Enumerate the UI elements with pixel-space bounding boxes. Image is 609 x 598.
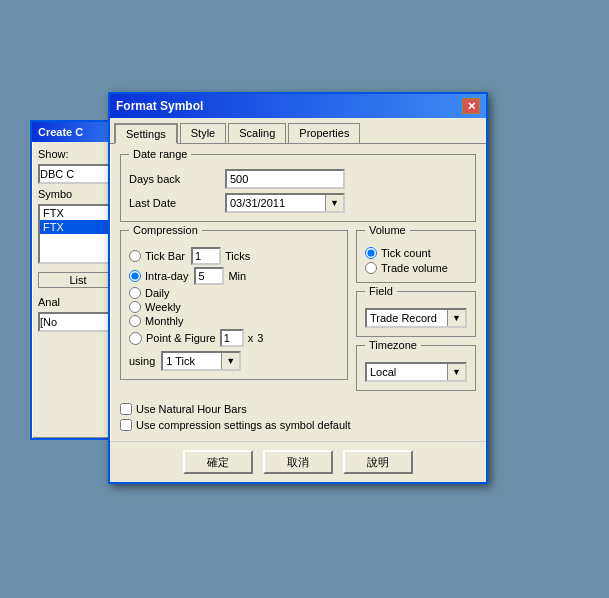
- bg-listbox-item2[interactable]: FTX: [40, 220, 116, 234]
- compression-tick-bar-unit: Ticks: [225, 250, 250, 262]
- compression-pf-val1[interactable]: [220, 329, 244, 347]
- compression-pf-x: x: [248, 332, 254, 344]
- dialog-buttons: 確定 取消 說明: [110, 441, 486, 482]
- bg-window-title-text: Create C: [38, 126, 83, 138]
- bg-list-btn[interactable]: List: [38, 272, 118, 288]
- compression-pf-row: Point & Figure x 3: [129, 329, 339, 347]
- natural-hour-label: Use Natural Hour Bars: [136, 403, 247, 415]
- compression-daily-label: Daily: [145, 287, 169, 299]
- compression-weekly-radio[interactable]: [129, 301, 141, 313]
- field-group: Field Trade Record ▼: [356, 291, 476, 337]
- compression-weekly-label: Weekly: [145, 301, 181, 313]
- natural-hour-row: Use Natural Hour Bars: [120, 403, 476, 415]
- compression-default-checkbox[interactable]: [120, 419, 132, 431]
- ok-button[interactable]: 確定: [183, 450, 253, 474]
- compression-tick-bar-label: Tick Bar: [145, 250, 185, 262]
- last-date-value: 03/31/2011: [227, 196, 325, 210]
- date-range-legend: Date range: [129, 148, 191, 160]
- volume-group: Volume Tick count Trade volume: [356, 230, 476, 283]
- volume-trade-volume-row: Trade volume: [365, 262, 467, 274]
- tz-select-value: Local: [367, 365, 447, 379]
- bg-input2[interactable]: [38, 312, 118, 332]
- date-range-group: Date range Days back Last Date 03/31/201…: [120, 154, 476, 222]
- last-date-dropdown-btn[interactable]: ▼: [325, 195, 343, 211]
- tab-content-settings: Date range Days back Last Date 03/31/201…: [110, 143, 486, 441]
- using-select-value: 1 Tick: [163, 354, 221, 368]
- tz-content: Local ▼: [365, 362, 467, 382]
- compression-tick-bar-value[interactable]: [191, 247, 221, 265]
- field-select-value: Trade Record: [367, 311, 447, 325]
- field-select[interactable]: Trade Record ▼: [365, 308, 467, 328]
- dialog-close-btn[interactable]: ✕: [462, 98, 480, 114]
- compression-intraday-value[interactable]: [194, 267, 224, 285]
- tz-dropdown-btn[interactable]: ▼: [447, 364, 465, 380]
- tab-scaling[interactable]: Scaling: [228, 123, 286, 144]
- compression-intraday-label: Intra-day: [145, 270, 188, 282]
- compression-options: Tick Bar Ticks Intra-day Min: [129, 247, 339, 347]
- compression-pf-label: Point & Figure: [146, 332, 216, 344]
- bg-listbox[interactable]: FTX FTX: [38, 204, 118, 264]
- compression-default-label: Use compression settings as symbol defau…: [136, 419, 351, 431]
- volume-legend: Volume: [365, 224, 410, 236]
- dialog-titlebar: Format Symbol ✕: [110, 94, 486, 118]
- compression-default-row: Use compression settings as symbol defau…: [120, 419, 476, 431]
- compression-legend: Compression: [129, 224, 202, 236]
- tab-properties[interactable]: Properties: [288, 123, 360, 144]
- volume-trade-volume-label: Trade volume: [381, 262, 448, 274]
- checkboxes-section: Use Natural Hour Bars Use compression se…: [120, 403, 476, 431]
- tab-bar: Settings Style Scaling Properties: [110, 118, 486, 143]
- compression-intraday-unit: Min: [228, 270, 246, 282]
- using-label: using: [129, 355, 155, 367]
- compression-daily-row: Daily: [129, 287, 339, 299]
- compression-monthly-radio[interactable]: [129, 315, 141, 327]
- bg-input1[interactable]: [38, 164, 118, 184]
- compression-group: Compression Tick Bar Ticks Intra-da: [120, 230, 348, 380]
- field-content: Trade Record ▼: [365, 308, 467, 328]
- compression-intraday-radio[interactable]: [129, 270, 141, 282]
- timezone-group: Timezone Local ▼: [356, 345, 476, 391]
- compression-pf-val2: 3: [257, 332, 263, 344]
- last-date-label: Last Date: [129, 197, 219, 209]
- compression-pf-radio[interactable]: [129, 332, 142, 345]
- compression-intraday-row: Intra-day Min: [129, 267, 339, 285]
- compression-tick-bar-radio[interactable]: [129, 250, 141, 262]
- days-back-input[interactable]: [225, 169, 345, 189]
- help-button[interactable]: 說明: [343, 450, 413, 474]
- dialog-title: Format Symbol: [116, 99, 203, 113]
- volume-tick-count-radio[interactable]: [365, 247, 377, 259]
- bg-listbox-item1[interactable]: FTX: [40, 206, 116, 220]
- volume-tick-count-label: Tick count: [381, 247, 431, 259]
- compression-tick-bar-row: Tick Bar Ticks: [129, 247, 339, 265]
- body-layout: Compression Tick Bar Ticks Intra-da: [120, 230, 476, 399]
- field-legend: Field: [365, 285, 397, 297]
- tab-settings[interactable]: Settings: [114, 123, 178, 144]
- last-date-select[interactable]: 03/31/2011 ▼: [225, 193, 345, 213]
- compression-daily-radio[interactable]: [129, 287, 141, 299]
- compression-weekly-row: Weekly: [129, 301, 339, 313]
- using-row: using 1 Tick ▼: [129, 351, 339, 371]
- compression-monthly-row: Monthly: [129, 315, 339, 327]
- date-range-grid: Days back Last Date 03/31/2011 ▼: [129, 169, 467, 213]
- tz-select[interactable]: Local ▼: [365, 362, 467, 382]
- format-symbol-dialog: Format Symbol ✕ Settings Style Scaling P…: [108, 92, 488, 484]
- using-dropdown-btn[interactable]: ▼: [221, 353, 239, 369]
- volume-trade-volume-radio[interactable]: [365, 262, 377, 274]
- right-column: Volume Tick count Trade volume: [356, 230, 476, 399]
- days-back-label: Days back: [129, 173, 219, 185]
- volume-tick-count-row: Tick count: [365, 247, 467, 259]
- left-column: Compression Tick Bar Ticks Intra-da: [120, 230, 348, 399]
- natural-hour-checkbox[interactable]: [120, 403, 132, 415]
- timezone-legend: Timezone: [365, 339, 421, 351]
- cancel-button[interactable]: 取消: [263, 450, 333, 474]
- compression-monthly-label: Monthly: [145, 315, 184, 327]
- field-dropdown-btn[interactable]: ▼: [447, 310, 465, 326]
- tab-style[interactable]: Style: [180, 123, 226, 144]
- using-select[interactable]: 1 Tick ▼: [161, 351, 241, 371]
- volume-content: Tick count Trade volume: [365, 247, 467, 274]
